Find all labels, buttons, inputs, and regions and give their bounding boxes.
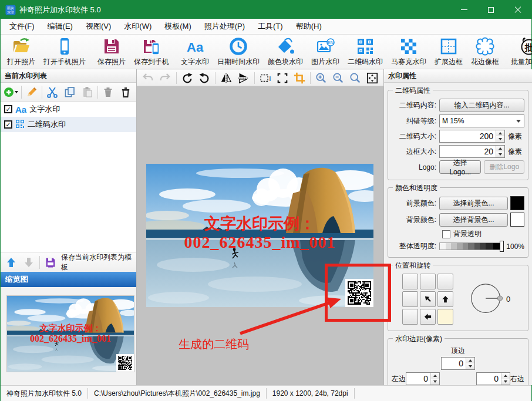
list-item-text-watermark[interactable]: ✓ Aa 文字水印 (1, 102, 136, 117)
title-bar: 照片 水印 神奇照片加水印软件 5.0 (1, 1, 531, 19)
pos-middle-right[interactable] (437, 291, 453, 307)
frame-select-button[interactable] (274, 71, 290, 85)
select-fg-color-button[interactable]: 选择前景色... (439, 197, 508, 210)
checkbox-checked[interactable]: ✓ (4, 105, 12, 113)
floppy-phone-icon (142, 37, 161, 56)
menu-view[interactable]: 视图(V) (79, 19, 117, 34)
opacity-slider[interactable] (439, 242, 503, 250)
menu-file[interactable]: 文件(F) (3, 19, 41, 34)
annotation-label: 生成的二维码 (179, 336, 249, 352)
qrcode-watermark-button[interactable]: 二维码水印 (344, 35, 387, 68)
add-watermark-button[interactable] (4, 85, 19, 100)
logo-label: Logo: (392, 163, 436, 171)
thumbnail-image[interactable]: 文字水印示例： 002_626435_im_001 (6, 295, 134, 372)
move-up-button[interactable] (4, 255, 18, 270)
select-bg-color-button[interactable]: 选择背景色... (439, 213, 508, 227)
image-watermark-button[interactable]: EN 图片水印 (307, 35, 344, 68)
opacity-slider-handle[interactable] (500, 241, 504, 252)
delete-logo-button[interactable]: 删除Logo (484, 160, 524, 174)
pos-bottom-right-selected[interactable] (437, 309, 453, 325)
crop-button[interactable] (291, 71, 307, 85)
bg-transparent-checkbox[interactable] (442, 230, 450, 238)
arrow-up-icon (441, 295, 450, 304)
pos-top-left[interactable] (402, 274, 418, 289)
stepper-up[interactable] (496, 130, 504, 136)
stepper-down[interactable] (496, 136, 504, 142)
zoom-in-button[interactable] (314, 71, 329, 85)
list-move-bar: 保存当前水印列表为模板 (1, 252, 136, 272)
qr-content-input-button[interactable]: 输入二维码内容... (439, 99, 524, 112)
copy-watermark-button[interactable] (62, 85, 78, 100)
qr-border-stepper[interactable]: 20 (439, 145, 505, 158)
rotate-right-button[interactable] (196, 71, 212, 85)
pos-middle-left[interactable] (402, 291, 418, 307)
menu-help[interactable]: 帮助(H) (289, 19, 328, 34)
pos-top-right[interactable] (437, 274, 453, 289)
rotation-dial[interactable]: 0 (470, 282, 510, 316)
extend-border-button[interactable]: 扩展边框 (430, 35, 467, 68)
menu-edit[interactable]: 编辑(E) (41, 19, 79, 34)
delete-watermark-button[interactable] (100, 85, 116, 100)
maximize-button[interactable] (477, 1, 504, 19)
ecc-level-select[interactable]: M 15% (439, 114, 524, 127)
cut-watermark-button[interactable] (45, 85, 60, 100)
photo-preview[interactable]: 文字水印示例： 002_626435_im_001 (146, 164, 373, 307)
rotate-left-button[interactable] (180, 71, 196, 85)
paste-watermark-button[interactable] (80, 85, 95, 100)
pos-bottom-center[interactable] (420, 309, 436, 325)
pos-top-center[interactable] (420, 274, 436, 289)
menu-tools[interactable]: 工具(T) (251, 19, 289, 34)
canvas-qr-watermark[interactable] (345, 279, 373, 307)
margin-top-label: 顶边 (451, 346, 465, 356)
margin-right-stepper[interactable]: 0 (476, 372, 510, 385)
checkbox-checked[interactable]: ✓ (4, 120, 12, 129)
text-Aa-icon: Aa (186, 37, 204, 56)
arrow-up-left-icon (423, 295, 432, 304)
save-photo-button[interactable]: 保存照片 (93, 35, 130, 68)
zoom-out-button[interactable] (331, 71, 346, 85)
canvas-watermark-text-line2[interactable]: 002_626435_im_001 (184, 233, 335, 252)
canvas-watermark-text-line1[interactable]: 文字水印示例： (204, 213, 315, 234)
pos-bottom-left[interactable] (402, 309, 418, 325)
minimize-button[interactable] (450, 1, 477, 19)
qr-size-stepper[interactable]: 200 (439, 130, 505, 143)
list-item-qr-watermark[interactable]: ✓ 二维码水印 (1, 117, 136, 132)
move-down-button[interactable] (22, 255, 36, 270)
status-bar: 神奇照片加水印软件 5.0 C:\Users\zhou\Pictures\本机照… (1, 385, 531, 401)
fit-window-button[interactable] (364, 71, 380, 85)
text-watermark-button[interactable]: Aa 文字水印 (177, 35, 213, 68)
status-app-name: 神奇照片加水印软件 5.0 (1, 389, 87, 399)
menu-watermark[interactable]: 水印(W) (117, 19, 158, 34)
lace-frame-button[interactable]: 花边像框 (467, 35, 503, 68)
select-logo-button[interactable]: 选择Logo... (439, 160, 481, 174)
resize-canvas-button[interactable]: I (258, 71, 274, 85)
pos-middle-center[interactable] (420, 291, 436, 307)
menu-template[interactable]: 模板(M) (158, 19, 198, 34)
close-button[interactable] (504, 1, 531, 19)
open-photo-button[interactable]: 打开照片 (3, 35, 39, 68)
paint-bucket-icon (276, 37, 295, 56)
bg-transparent-label: 背景透明 (453, 229, 482, 239)
margin-top-stepper[interactable]: 0 (441, 357, 475, 370)
position-rotation-group: 位置和旋转 (388, 265, 528, 331)
redo-button[interactable] (157, 71, 173, 85)
save-to-phone-button[interactable]: 保存到手机 (130, 35, 173, 68)
watermark-properties-panel: 水印属性 二维码属性 二维码内容: 输入二维码内容... 纠错等级: M 15%… (383, 69, 532, 385)
mosaic-watermark-button[interactable]: 马赛克水印 (387, 35, 430, 68)
undo-button[interactable] (140, 71, 156, 85)
menu-photo-process[interactable]: 照片处理(P) (198, 19, 251, 34)
flip-vertical-button[interactable] (235, 71, 251, 85)
zoom-actual-button[interactable] (347, 71, 363, 85)
open-phone-photo-button[interactable]: 打开手机照片 (39, 35, 90, 68)
save-template-button[interactable]: 保存当前水印列表为模板 (61, 252, 133, 272)
edit-watermark-button[interactable] (24, 85, 39, 100)
stepper-up[interactable] (496, 146, 504, 151)
clear-watermark-list-button[interactable] (118, 85, 133, 100)
batch-watermark-button[interactable]: 批 批量加水印 (507, 35, 532, 68)
stepper-down[interactable] (496, 151, 504, 157)
colorblock-watermark-button[interactable]: 颜色块水印 (264, 35, 307, 68)
flip-horizontal-button[interactable] (218, 71, 234, 85)
ecc-level-label: 纠错等级: (392, 116, 436, 126)
datetime-watermark-button[interactable]: 日期时间水印 (213, 35, 264, 68)
margin-left-stepper[interactable]: 0 (406, 372, 440, 385)
